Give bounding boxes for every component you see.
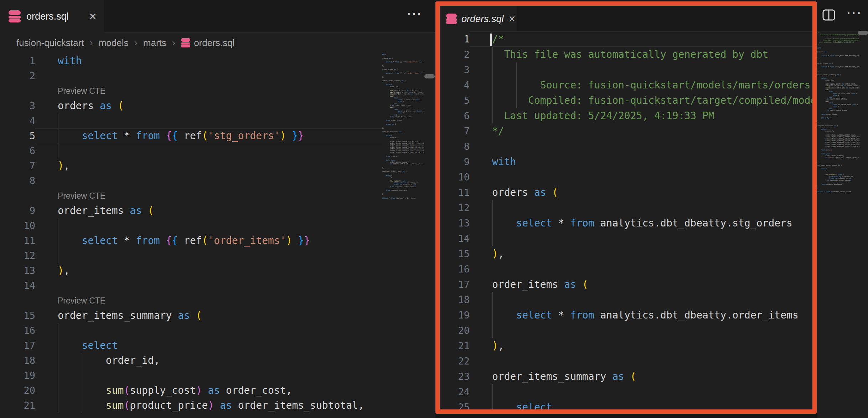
code-line[interactable]: 1/* — [440, 31, 812, 47]
code-line[interactable]: 16 — [0, 323, 382, 338]
breadcrumb-item-file[interactable]: orders.sql — [181, 37, 234, 49]
code-line[interactable]: 20 — [440, 323, 812, 338]
code-line[interactable]: 11orders as ( — [440, 185, 812, 200]
indent-guide — [492, 323, 493, 338]
line-number: 2 — [440, 47, 470, 62]
code-line[interactable]: 2 — [0, 68, 382, 83]
indent-guide — [492, 77, 493, 93]
database-icon — [9, 10, 21, 22]
code-line[interactable]: 7*/ — [440, 123, 812, 139]
codelens-link[interactable]: Preview CTE — [35, 83, 382, 98]
code-line[interactable]: 5 Compiled: fusion-quickstart/target/com… — [440, 93, 812, 108]
line-number: 13 — [440, 215, 470, 231]
codelens-link[interactable]: Preview CTE — [35, 293, 382, 308]
chevron-right-icon: › — [134, 37, 137, 49]
code-area-compiled[interactable]: 1/*2 This file was automatically generat… — [440, 31, 812, 409]
code-line[interactable]: 25 select — [440, 399, 812, 409]
more-actions-icon[interactable]: ⋯ — [846, 5, 862, 21]
line-number: 11 — [440, 185, 470, 200]
line-number: 1 — [440, 31, 470, 47]
more-actions-icon[interactable]: ⋯ — [406, 6, 423, 21]
bottom-strip — [435, 414, 817, 418]
code-line[interactable]: 7), — [0, 158, 382, 173]
code-line[interactable]: 9with — [440, 154, 812, 169]
code-line[interactable]: 10 — [440, 169, 812, 185]
text-cursor — [490, 34, 492, 46]
indent-guide — [516, 62, 517, 77]
code-line[interactable]: 1with — [0, 53, 382, 68]
breadcrumb-item-marts[interactable]: marts — [143, 37, 166, 49]
code-line[interactable]: 18 order_id, — [0, 353, 382, 368]
code-line[interactable]: 10 — [0, 218, 382, 233]
code-line[interactable]: 14 — [0, 278, 382, 293]
minimap[interactable]: /* This file was automatically generated… — [817, 32, 859, 193]
line-number: 19 — [0, 368, 35, 383]
code-line[interactable]: 6 Last updated: 5/24/2025, 4:19:33 PM — [440, 108, 812, 123]
code-line[interactable]: 12 — [0, 248, 382, 263]
code-line[interactable]: 18 — [440, 292, 812, 307]
line-number — [0, 83, 35, 98]
scrollbar-thumb[interactable] — [858, 31, 868, 35]
indent-guide — [58, 323, 58, 338]
split-editor-icon[interactable] — [822, 9, 835, 21]
close-icon[interactable]: ✕ — [508, 15, 516, 24]
indent-guide — [492, 215, 493, 231]
code-line[interactable]: 22 — [440, 353, 812, 369]
code-line[interactable]: 5 select * from {{ ref('stg_orders') }} — [0, 128, 382, 143]
code-line[interactable]: 13), — [0, 263, 382, 278]
minimap[interactable]: withorders as ( select * from {{ ref('st… — [382, 53, 424, 199]
code-line[interactable]: 3 — [440, 62, 812, 77]
code-line[interactable]: 8 — [0, 173, 382, 188]
code-line[interactable]: 17order_items as ( — [440, 277, 812, 292]
line-number: 3 — [0, 98, 35, 113]
code-line[interactable]: 11 select * from {{ ref('order_items') }… — [0, 233, 382, 248]
line-number: 14 — [440, 231, 470, 246]
indent-guide — [492, 307, 493, 323]
line-number — [0, 188, 35, 203]
code-line[interactable]: 3orders as ( — [0, 98, 382, 113]
breadcrumb-item-models[interactable]: models — [99, 37, 129, 49]
codelens-link[interactable]: Preview CTE — [35, 188, 382, 203]
code-line[interactable]: 19 select * from analytics.dbt_dbeatty.o… — [440, 307, 812, 323]
codelens-row: Preview CTE — [0, 83, 382, 98]
line-number: 23 — [440, 369, 470, 384]
close-icon[interactable]: ✕ — [89, 12, 97, 21]
line-number: 4 — [440, 77, 470, 93]
code-line[interactable]: 4 — [0, 113, 382, 128]
indent-guide — [58, 129, 58, 143]
line-number: 4 — [0, 113, 35, 128]
tab-orders-sql-left[interactable]: orders.sql ✕ — [0, 0, 104, 33]
line-number: 14 — [0, 278, 35, 293]
code-line[interactable]: 17 select — [0, 338, 382, 353]
line-number: 18 — [440, 292, 470, 307]
code-line[interactable]: 21), — [440, 338, 812, 353]
line-number: 20 — [0, 383, 35, 398]
indent-guide — [58, 398, 58, 413]
code-line[interactable]: 4 Source: fusion-quickstart/models/marts… — [440, 77, 812, 93]
code-line[interactable]: 12 — [440, 200, 812, 215]
code-line[interactable]: 16 — [440, 261, 812, 277]
line-number: 21 — [440, 338, 470, 353]
code-line[interactable]: 19 — [0, 368, 382, 383]
breadcrumb-item-project[interactable]: fusion-quickstart — [16, 37, 84, 49]
code-line[interactable]: 15), — [440, 246, 812, 261]
code-area-source[interactable]: 1with2Preview CTE3orders as (45 select *… — [0, 53, 382, 413]
code-line[interactable]: 23order_items_summary as ( — [440, 369, 812, 384]
database-icon — [446, 14, 457, 24]
code-line[interactable]: 6 — [0, 143, 382, 158]
line-number: 9 — [0, 203, 35, 218]
code-line[interactable]: 15order_items_summary as ( — [0, 308, 382, 323]
line-number: 15 — [440, 246, 470, 261]
code-line[interactable]: 14 — [440, 231, 812, 246]
code-line[interactable]: 21 sum(product_price) as order_items_sub… — [0, 398, 382, 413]
code-line[interactable]: 13 select * from analytics.dbt_dbeatty.s… — [440, 215, 812, 231]
code-line[interactable]: 9order_items as ( — [0, 203, 382, 218]
code-line[interactable]: 8 — [440, 139, 812, 154]
line-number: 18 — [0, 353, 35, 368]
scrollbar-thumb[interactable] — [424, 74, 435, 78]
tab-orders-sql-right[interactable]: orders.sql ✕ — [440, 6, 517, 32]
code-line[interactable]: 20 sum(supply_cost) as order_cost, — [0, 383, 382, 398]
code-line[interactable]: 2 This file was automatically generated … — [440, 47, 812, 62]
line-number: 7 — [0, 158, 35, 173]
code-line[interactable]: 24 — [440, 384, 812, 399]
